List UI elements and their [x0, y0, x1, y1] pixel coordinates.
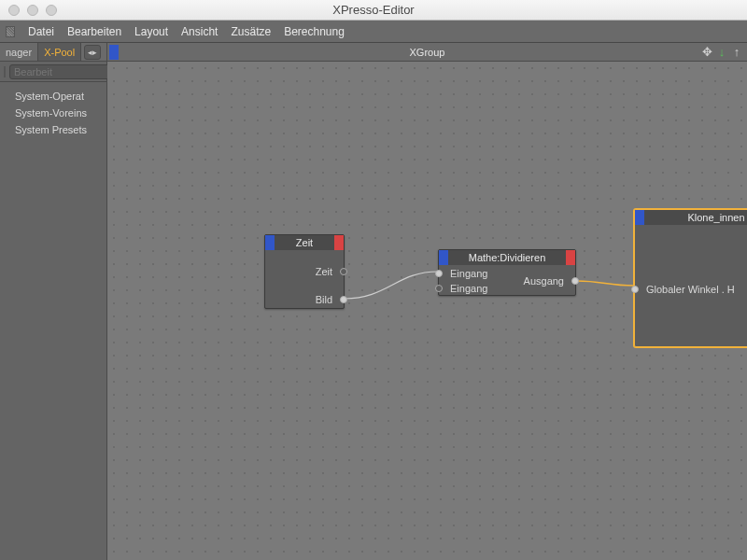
- menubar: Datei Bearbeiten Layout Ansicht Zusätze …: [0, 21, 747, 43]
- port-label-globaler-winkel-h: Globaler Winkel . H: [646, 284, 735, 295]
- sidebar: nager X-Pool ◂▸ 🔍 System-Operat System-V…: [0, 43, 107, 560]
- output-port[interactable]: [571, 277, 579, 285]
- canvas-tool-up-icon[interactable]: ↑: [730, 45, 743, 59]
- sidebar-search-row: 🔍: [0, 62, 106, 82]
- tree-item-system-voreinstellungen[interactable]: System-Voreins: [4, 105, 106, 121]
- menu-zusaetze[interactable]: Zusätze: [231, 25, 271, 38]
- node-output-color-icon: [334, 235, 344, 250]
- node-output-color-icon: [566, 250, 575, 265]
- menu-ansicht[interactable]: Ansicht: [181, 25, 218, 38]
- canvas-tool-move-icon[interactable]: ✥: [700, 45, 713, 59]
- sidebar-tree: System-Operat System-Voreins System Pres…: [0, 82, 106, 138]
- menu-bearbeiten[interactable]: Bearbeiten: [67, 25, 121, 38]
- tree-item-system-presets[interactable]: System Presets: [4, 121, 106, 138]
- titlebar: XPresso-Editor: [0, 0, 747, 21]
- node-input-color-icon: [265, 235, 275, 250]
- port-label-ausgang: Ausgang: [524, 275, 564, 287]
- grip-icon[interactable]: [4, 66, 6, 77]
- port-label-zeit: Zeit: [316, 266, 332, 277]
- node-input-color-icon: [439, 250, 448, 265]
- menu-datei[interactable]: Datei: [28, 25, 54, 38]
- sidebar-tab-manager[interactable]: nager: [0, 43, 37, 61]
- node-title[interactable]: Mathe:Dividieren: [439, 250, 575, 265]
- menu-berechnung[interactable]: Berechnung: [284, 25, 345, 38]
- port-label-bild: Bild: [316, 294, 332, 305]
- window-title: XPresso-Editor: [0, 3, 747, 17]
- sidebar-tabrow: nager X-Pool ◂▸: [0, 43, 106, 62]
- sidebar-tab-xpool[interactable]: X-Pool: [37, 43, 81, 61]
- canvas-tool-down-icon[interactable]: ↓: [715, 45, 728, 59]
- canvas-header: XGroup ✥ ↓ ↑: [107, 43, 747, 62]
- node-klone-innen[interactable]: Klone_innen Globaler Winkel . H: [634, 209, 747, 347]
- node-title[interactable]: Klone_innen: [635, 210, 747, 225]
- node-mathe-dividieren[interactable]: Mathe:Dividieren Eingang Eingang Ausgang: [438, 249, 576, 296]
- canvas-panel: XGroup ✥ ↓ ↑ Zeit Zeit: [107, 43, 747, 560]
- tree-item-system-operators[interactable]: System-Operat: [4, 88, 106, 105]
- node-zeit[interactable]: Zeit Zeit Bild: [264, 234, 345, 309]
- node-canvas[interactable]: Zeit Zeit Bild M: [107, 62, 747, 560]
- canvas-header-title: XGroup: [107, 47, 747, 58]
- output-port[interactable]: [340, 296, 347, 303]
- tab-overflow-icon[interactable]: ◂▸: [84, 45, 101, 60]
- node-input-color-icon: [635, 210, 644, 225]
- node-title[interactable]: Zeit: [265, 235, 344, 250]
- grip-icon[interactable]: [6, 26, 15, 37]
- menu-layout[interactable]: Layout: [134, 25, 168, 38]
- input-port[interactable]: [631, 286, 639, 293]
- output-port[interactable]: [340, 268, 347, 275]
